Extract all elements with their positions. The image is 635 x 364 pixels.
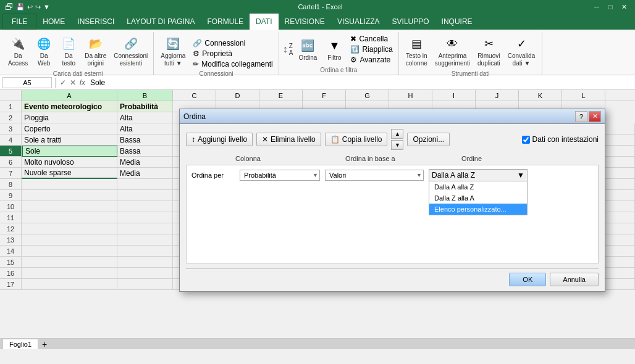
dialog-body: ↕ Aggiungi livello ✕ Elimina livello 📋 C… — [180, 124, 605, 291]
dialog-close-button[interactable]: ✕ — [589, 111, 601, 122]
options-button[interactable]: Opzioni... — [407, 133, 450, 146]
order-option-custom[interactable]: Elenco personalizzato... — [429, 204, 527, 215]
formula-bar-divider: | — [54, 76, 57, 89]
minimize-button[interactable]: ─ — [591, 2, 603, 11]
testo-colonne-icon: ▤ — [408, 35, 425, 52]
fx-icon[interactable]: fx — [80, 78, 85, 87]
testo-icon: 📄 — [60, 35, 77, 52]
dialog-help-button[interactable]: ? — [575, 111, 587, 122]
col-header-sortby: Ordina in base a — [339, 155, 456, 162]
carica-group-label: Carica dati esterni — [5, 70, 151, 77]
dialog-title-bar: Ordina ? ✕ — [180, 109, 605, 124]
menu-home[interactable]: HOME — [36, 14, 71, 30]
sortby-select[interactable]: Valori Colore cella Colore carattere — [325, 170, 424, 181]
riapplica-item[interactable]: 🔃 Riapplica — [348, 44, 394, 54]
connessioni-icon: 🔗 — [122, 35, 140, 52]
col-header-order: Ordine — [461, 155, 566, 162]
ribbon-group-strumenti: ▤ Testo incolonne 👁 Anteprimasuggeriment… — [399, 32, 542, 75]
da-testo-button[interactable]: 📄 Datesto — [57, 33, 80, 69]
menu-layout[interactable]: LAYOUT DI PAGINA — [120, 14, 201, 30]
sort-dialog-overlay: Ordina ? ✕ ↕ Aggiungi livello ✕ Elimina … — [0, 90, 635, 349]
aggiorna-icon: 🔄 — [164, 35, 182, 52]
proprieta-item[interactable]: ⚙ Proprietà — [191, 49, 274, 59]
cancella-item[interactable]: ✖ Cancella — [348, 34, 394, 44]
ribbon-group-connessioni: 🔄 Aggiornatutti ▼ 🔗 Connessioni ⚙ Propri… — [154, 32, 279, 75]
da-access-button[interactable]: 🔌 DaAccess — [5, 33, 31, 69]
col-select[interactable]: Probabilità Evento meteorologico — [240, 170, 320, 181]
menu-formule[interactable]: FORMULE — [201, 14, 250, 30]
remove-level-button[interactable]: ✕ Elimina livello — [256, 133, 321, 146]
convalida-icon: ✓ — [513, 35, 530, 52]
avanzate-item[interactable]: ⚙ Avanzate — [348, 55, 394, 65]
da-altre-button[interactable]: 📂 Da altreorigini — [82, 33, 109, 69]
ordina-button[interactable]: 🔤 Ordina — [295, 35, 320, 64]
menu-inserisci[interactable]: INSERISCI — [71, 14, 120, 30]
dialog-toolbar: ↕ Aggiungi livello ✕ Elimina livello 📋 C… — [186, 129, 599, 150]
modifica-item[interactable]: ✏ Modifica collegamenti — [191, 59, 274, 69]
ribbon-group-ordina: ↕ ZA 🔤 Ordina ▼ Filtro ✖ Cancella 🔃 Riap… — [279, 32, 399, 75]
undo-icon[interactable]: ↩ — [27, 3, 33, 11]
filtro-icon: ▼ — [326, 37, 343, 54]
sort-rows-container: Ordina per Probabilità Evento meteorolog… — [187, 165, 598, 185]
ok-button[interactable]: OK — [509, 273, 546, 286]
dialog-title-buttons: ? ✕ — [575, 111, 601, 122]
header-checkbox[interactable] — [522, 136, 530, 144]
proprieta-icon: ⚙ — [193, 49, 200, 58]
checkmark-icon[interactable]: ✓ — [60, 78, 66, 87]
menu-revisione[interactable]: REVISIONE — [279, 14, 331, 30]
access-icon: 🔌 — [9, 35, 27, 52]
menu-bar: FILE HOME INSERISCI LAYOUT DI PAGINA FOR… — [0, 14, 635, 30]
strumenti-group-label: Strumenti dati — [403, 70, 538, 77]
testo-colonne-button[interactable]: ▤ Testo incolonne — [403, 33, 431, 69]
title-bar: 🗗 💾 ↩ ↪ ▼ Cartel1 - Excel ─ □ ✕ — [0, 0, 635, 14]
order-select-trigger[interactable]: Dalla A alla Z ▼ — [429, 169, 528, 181]
add-level-icon: ↕ — [191, 135, 195, 144]
copy-level-button[interactable]: 📋 Copia livello — [325, 133, 388, 146]
convalida-button[interactable]: ✓ Convalidadati ▼ — [505, 33, 538, 69]
sortby-select-wrap: Valori Colore cella Colore carattere ▼ — [325, 170, 424, 181]
menu-file[interactable]: FILE — [2, 14, 36, 30]
anteprima-icon: 👁 — [444, 35, 461, 52]
menu-visualizza[interactable]: VISUALIZZA — [331, 14, 386, 30]
web-icon: 🌐 — [35, 35, 53, 52]
connessioni-group-label: Connessioni — [158, 70, 274, 77]
menu-dati[interactable]: DATI — [250, 14, 278, 30]
sheet-area: A B C D E F G H I J K L 1 Evento meteoro… — [0, 90, 635, 349]
da-web-button[interactable]: 🌐 DaWeb — [32, 33, 56, 69]
cancel-button[interactable]: Annulla — [550, 273, 599, 286]
connessioni-item[interactable]: 🔗 Connessioni — [191, 38, 274, 48]
connessioni-esistenti-button[interactable]: 🔗 Connessioniesistenti — [111, 33, 151, 69]
up-down-buttons: ▲ ▼ — [391, 129, 403, 150]
title-bar-left-icons: 🗗 💾 ↩ ↪ ▼ — [5, 2, 50, 12]
formula-input[interactable]: Sole — [88, 78, 633, 87]
aggiorna-button[interactable]: 🔄 Aggiornatutti ▼ — [158, 33, 188, 69]
maximize-button[interactable]: □ — [604, 2, 616, 11]
sort-dialog: Ordina ? ✕ ↕ Aggiungi livello ✕ Elimina … — [179, 109, 605, 292]
name-box[interactable] — [2, 77, 52, 88]
filtro-button[interactable]: ▼ Filtro — [322, 35, 346, 64]
modifica-icon: ✏ — [193, 60, 199, 68]
formula-bar: | ✓ ✕ fx Sole — [0, 75, 635, 90]
customize-icon[interactable]: ▼ — [43, 3, 50, 10]
save-icon[interactable]: 💾 — [16, 3, 25, 11]
sort-row-label: Ordina per — [191, 172, 235, 179]
order-option-az[interactable]: Dalla A alla Z — [429, 181, 527, 192]
add-level-button[interactable]: ↕ Aggiungi livello — [186, 133, 253, 146]
menu-sviluppo[interactable]: SVILUPPO — [386, 14, 435, 30]
ordina-group-label: Ordina e filtra — [283, 67, 395, 73]
sort-row-item: Ordina per Probabilità Evento meteorolog… — [191, 169, 593, 181]
order-dropdown-arrow: ▼ — [517, 171, 524, 180]
anteprima-button[interactable]: 👁 Anteprimasuggerimenti — [432, 33, 473, 69]
col-select-wrap: Probabilità Evento meteorologico ▼ — [240, 170, 320, 181]
order-option-za[interactable]: Dalla Z alla A — [429, 192, 527, 204]
move-up-button[interactable]: ▲ — [391, 129, 403, 139]
rimuovi-button[interactable]: ✂ Rimuoviduplicati — [474, 33, 503, 69]
menu-inquire[interactable]: INQUIRE — [435, 14, 479, 30]
cancella-icon: ✖ — [350, 35, 356, 43]
order-container: Dalla A alla Z ▼ Dalla A alla Z Dalla Z … — [429, 169, 528, 181]
redo-icon[interactable]: ↪ — [35, 3, 41, 11]
dialog-content-area: Ordina per Probabilità Evento meteorolog… — [186, 165, 599, 263]
cross-icon[interactable]: ✕ — [70, 78, 76, 87]
close-button[interactable]: ✕ — [618, 2, 630, 11]
move-down-button[interactable]: ▼ — [391, 140, 403, 150]
